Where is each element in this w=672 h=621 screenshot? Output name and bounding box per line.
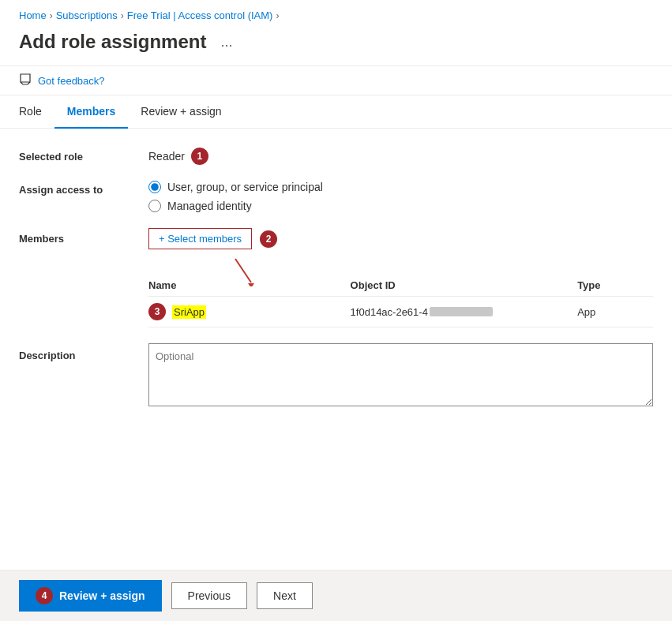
member-name-cell: 3 SriApp bbox=[148, 297, 351, 327]
tab-role[interactable]: Role bbox=[19, 95, 54, 129]
arrow-container bbox=[148, 259, 653, 275]
member-type-cell: App bbox=[577, 297, 653, 327]
radio-managed-input[interactable] bbox=[148, 200, 161, 212]
step1-badge: 1 bbox=[191, 148, 208, 165]
breadcrumb-iam[interactable]: Free Trial | Access control (IAM) bbox=[127, 9, 273, 21]
object-id-blurred-part bbox=[430, 307, 493, 316]
description-textarea[interactable] bbox=[148, 343, 653, 406]
form-section: Selected role Reader 1 Assign access to … bbox=[0, 148, 672, 409]
selected-role-value: Reader 1 bbox=[148, 148, 208, 165]
members-table: Name Object ID Type 3 SriApp bbox=[148, 259, 653, 327]
radio-user-label: User, group, or service principal bbox=[167, 181, 323, 193]
page-title: Add role assignment bbox=[19, 31, 206, 53]
step4-badge: 4 bbox=[36, 587, 53, 604]
members-label: Members bbox=[19, 228, 130, 245]
member-name: SriApp bbox=[172, 305, 206, 319]
feedback-icon bbox=[19, 73, 32, 88]
members-table-inner: Name Object ID Type 3 SriApp bbox=[148, 275, 653, 327]
col-header-type: Type bbox=[577, 275, 653, 297]
access-radio-group: User, group, or service principal Manage… bbox=[148, 181, 323, 212]
role-name: Reader bbox=[148, 150, 185, 163]
page-header: Add role assignment ... bbox=[0, 28, 672, 65]
assign-access-row: Assign access to User, group, or service… bbox=[19, 181, 653, 212]
breadcrumb: Home › Subscriptions › Free Trial | Acce… bbox=[0, 0, 672, 28]
selected-role-label: Selected role bbox=[19, 148, 130, 163]
object-id: 1f0d14ac-2e61-4 bbox=[351, 306, 493, 318]
select-members-row: + Select members 2 bbox=[148, 228, 653, 249]
description-row: Description bbox=[19, 343, 653, 409]
description-label: Description bbox=[19, 343, 130, 361]
assign-access-label: Assign access to bbox=[19, 181, 130, 196]
svg-line-0 bbox=[235, 259, 251, 282]
select-members-button[interactable]: + Select members bbox=[148, 228, 252, 249]
selected-role-row: Selected role Reader 1 bbox=[19, 148, 653, 165]
previous-button[interactable]: Previous bbox=[171, 582, 247, 609]
object-id-prefix: 1f0d14ac-2e61-4 bbox=[351, 306, 428, 318]
feedback-link[interactable]: Got feedback? bbox=[38, 75, 105, 87]
svg-marker-1 bbox=[248, 283, 254, 286]
step2-badge: 2 bbox=[260, 230, 277, 248]
table-header-row: Name Object ID Type bbox=[148, 275, 653, 297]
footer: 4 Review + assign Previous Next bbox=[0, 570, 672, 621]
next-button[interactable]: Next bbox=[257, 582, 313, 609]
tab-review-assign[interactable]: Review + assign bbox=[128, 95, 234, 129]
step3-badge: 3 bbox=[148, 303, 166, 320]
members-row: Members + Select members 2 bbox=[19, 228, 653, 327]
radio-user-input[interactable] bbox=[148, 181, 161, 193]
arrow-icon bbox=[227, 255, 275, 286]
tabs-container: Role Members Review + assign bbox=[0, 95, 672, 129]
radio-user-group[interactable]: User, group, or service principal bbox=[148, 181, 323, 193]
col-header-objectid: Object ID bbox=[351, 275, 578, 297]
radio-managed-label: Managed identity bbox=[167, 200, 252, 212]
review-assign-label: Review + assign bbox=[59, 589, 145, 602]
breadcrumb-subscriptions[interactable]: Subscriptions bbox=[56, 9, 118, 21]
tab-members[interactable]: Members bbox=[54, 95, 128, 129]
feedback-bar: Got feedback? bbox=[0, 65, 672, 95]
member-objectid-cell: 1f0d14ac-2e61-4 bbox=[351, 297, 578, 327]
review-assign-button[interactable]: 4 Review + assign bbox=[19, 580, 162, 612]
ellipsis-button[interactable]: ... bbox=[216, 32, 237, 52]
table-row: 3 SriApp 1f0d14ac-2e61-4 App bbox=[148, 297, 653, 327]
breadcrumb-home[interactable]: Home bbox=[19, 9, 47, 21]
radio-managed-identity[interactable]: Managed identity bbox=[148, 200, 323, 212]
